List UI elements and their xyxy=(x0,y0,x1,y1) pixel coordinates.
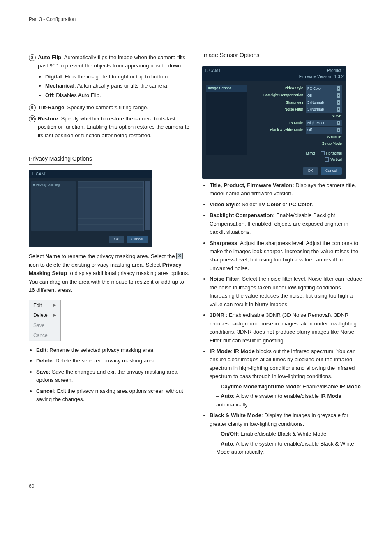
running-head: Part 3 - Configuration xyxy=(29,16,363,22)
item-10: 10 Restore: Specify whether to restore t… xyxy=(29,115,190,140)
ctx-save: Save xyxy=(29,321,60,331)
is-li-bc-b: Backlight Compensation xyxy=(210,212,273,218)
is-row2-lbl: Sharpness xyxy=(286,100,303,106)
sub-mech-t: : Automatically pans or tilts the camera… xyxy=(74,83,168,89)
pm-side-label: ■ Privacy Masking xyxy=(33,182,74,187)
ctx-cancel: Cancel xyxy=(29,330,60,341)
privacy-masking-title: Privacy Masking Options xyxy=(29,155,92,165)
is-row5-lbl: IR Mode xyxy=(289,120,303,126)
is-li-ir2-d: automatically. xyxy=(216,402,249,408)
dropdown-icon: ▾ xyxy=(337,86,340,91)
image-sensor-screenshot: 1. CAM1 Product : Firmware Version : 1.3… xyxy=(202,66,346,179)
dropdown-icon: ▾ xyxy=(337,93,340,98)
is-li-vs-f: . xyxy=(312,201,314,208)
item-9: 9 Tilt-Range: Specify the camera's tilti… xyxy=(29,104,190,112)
is-li-vs-b: : Select xyxy=(239,201,258,208)
context-menu: Edit▶ Delete▶ Save Cancel xyxy=(29,300,61,341)
pm-cancel-t: : Exit the privacy masking area options … xyxy=(36,388,183,402)
is-row5-val: Night Mode▾ xyxy=(306,120,342,126)
is-row3-lbl: Noise Filter xyxy=(284,107,303,113)
is-row1-val: Off▾ xyxy=(306,92,342,99)
pm-para-a: Select xyxy=(29,253,45,259)
checkbox-icon xyxy=(321,151,325,155)
is-li-ir-c: IR Mode xyxy=(234,348,255,354)
is-mirror-v: Vertical xyxy=(330,157,342,162)
is-li-bw1-t: : Enable/disable Black & White Mode. xyxy=(238,431,328,437)
item-8: 8 Auto Flip: Automatically flips the ima… xyxy=(29,53,190,70)
pm-edit-t: : Rename the selected privacy masking ar… xyxy=(46,347,155,353)
sub-digital-b: Digital xyxy=(45,74,62,80)
delete-x-icon: ✕ xyxy=(176,253,183,259)
item10-label: Restore xyxy=(38,115,58,122)
pm-save-t: : Save the changes and exit the privacy … xyxy=(36,369,178,383)
pm-ok-button: OK xyxy=(109,236,124,243)
is-mirror-lbl: Mirror xyxy=(306,151,315,156)
dropdown-icon: ▾ xyxy=(337,107,340,112)
is-li-sh-b: Sharpness xyxy=(210,240,237,246)
is-li-3d-b: 3DNR xyxy=(210,312,224,318)
is-settings: Video StylePC Color▾ Backlight Compensat… xyxy=(251,85,342,162)
pm-cancel-b: Cancel xyxy=(36,388,54,394)
pm-para-b: Name xyxy=(45,253,60,259)
pm-sidebar: ■ Privacy Masking xyxy=(31,181,76,231)
image-sensor-title: Image Sensor Options xyxy=(202,51,259,61)
is-cancel-button: Cancel xyxy=(321,167,342,175)
is-row4-lbl: 3DNR xyxy=(332,113,342,119)
chevron-right-icon: ▶ xyxy=(53,302,56,308)
is-mirror-h: Horizontal xyxy=(326,151,342,156)
is-li-vs-d: or xyxy=(281,201,288,208)
pm-delete-b: Delete xyxy=(36,358,53,364)
pm-edit-b: Edit xyxy=(36,347,46,353)
item9-text: : Specify the camera's tilting range. xyxy=(64,104,148,111)
is-li-vs-e: PC Color xyxy=(289,201,312,208)
pm-scrollbar xyxy=(145,181,150,230)
is-li-ir-b: : xyxy=(231,348,233,354)
is-row0-val: PC Color▾ xyxy=(306,85,342,92)
is-li-ir1-d: . xyxy=(361,383,362,390)
is-row8-lbl: Setup Mode xyxy=(322,141,342,147)
is-li-title-b: Title, Product, Firmware Version: xyxy=(210,182,294,188)
sub-off-b: Off xyxy=(45,92,53,98)
item9-label: Tilt-Range xyxy=(38,104,64,111)
right-column: Image Sensor Options 1. CAM1 Product : F… xyxy=(202,51,363,459)
is-li-3d-t: : Enable/disable 3DNR (3D Noise Removal)… xyxy=(210,312,357,343)
item8-label: Auto Flip xyxy=(38,54,61,60)
is-sidebar: Image Sensor xyxy=(206,85,247,155)
is-product-label: Product : xyxy=(299,67,344,74)
pm-save-b: Save xyxy=(36,369,49,375)
is-li-bw2-b: Auto xyxy=(221,441,233,447)
left-column: 8 Auto Flip: Automatically flips the ima… xyxy=(29,51,190,459)
pm-para-d: icon to delete the existing privacy mask… xyxy=(29,262,162,268)
sub-mech-b: Mechanical xyxy=(45,83,74,89)
is-li-ir1-c: IR Mode xyxy=(339,383,360,390)
num-badge-8: 8 xyxy=(29,54,36,61)
is-li-nf-b: Noise Filter xyxy=(210,276,239,282)
ctx-delete: Delete▶ xyxy=(29,310,60,321)
ctx-edit: Edit▶ xyxy=(29,300,60,311)
pm-titlebar: 1. CAM1 xyxy=(29,170,152,179)
sub-off-t: : Disables Auto Flip. xyxy=(53,92,101,98)
item10-text: : Specify whether to restore the camera … xyxy=(38,115,189,138)
pm-para-c: to rename the privacy masking area. Sele… xyxy=(60,253,176,259)
dropdown-icon: ▾ xyxy=(337,128,340,133)
item8-sublist: Digital: Flips the image left to right o… xyxy=(29,73,190,99)
is-li-ir2-c: IR Mode xyxy=(321,393,341,399)
pm-grid xyxy=(78,181,144,231)
ctx-cancel-label: Cancel xyxy=(33,332,48,339)
pm-cancel-button: Cancel xyxy=(127,236,148,243)
dropdown-icon: ▾ xyxy=(337,121,340,125)
checkbox-icon xyxy=(325,157,329,162)
ctx-delete-label: Delete xyxy=(33,312,48,319)
is-li-bw-b: Black & White Mode xyxy=(210,412,261,418)
ctx-save-label: Save xyxy=(33,322,44,330)
page-number: 60 xyxy=(29,483,363,489)
pm-paragraph: Select Name to rename the privacy maskin… xyxy=(29,252,190,294)
is-row6-lbl: Black & White Mode xyxy=(270,127,303,133)
is-li-ir-a: IR Mode xyxy=(210,348,231,354)
is-li-ir1-a: Daytime Mode/Nighttime Mode xyxy=(221,383,300,390)
num-badge-10: 10 xyxy=(29,115,36,122)
is-li-ir2-a: Auto xyxy=(221,393,233,399)
is-titlebar: 1. CAM1 Product : Firmware Version : 1.3… xyxy=(202,66,346,81)
is-row0-lbl: Video Style xyxy=(285,85,303,91)
is-ok-button: OK xyxy=(303,167,318,175)
